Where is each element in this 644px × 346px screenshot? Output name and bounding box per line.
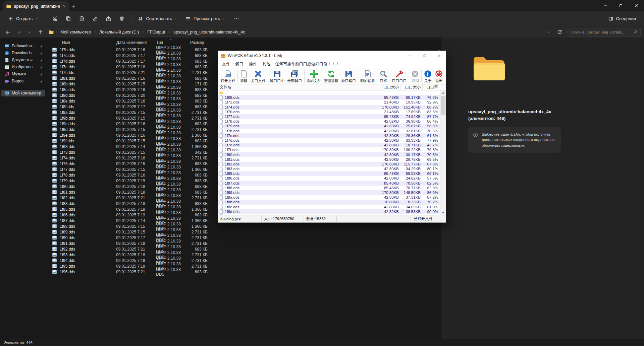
winpck-tool-open-file[interactable]: 打开文件 bbox=[219, 69, 237, 83]
forward-button[interactable] bbox=[14, 28, 23, 37]
winpck-row[interactable]: 1f80.dds42.80KB30.17KB70.5% bbox=[218, 152, 440, 157]
column-header-type[interactable]: Тип bbox=[156, 40, 163, 45]
winpck-row[interactable]: 1f8e.dds42.80KB37.59KB87.8% bbox=[218, 214, 440, 215]
winpck-tool-extract-all[interactable]: 全部解口 bbox=[286, 69, 304, 83]
file-row[interactable]: 1f89.dds09.01.2025 7:15GIMP 2.10.38 DDS2… bbox=[46, 229, 441, 235]
minimize-button[interactable] bbox=[603, 3, 608, 8]
column-header-name[interactable]: Имя bbox=[62, 40, 70, 45]
breadcrumb-item[interactable]: Мой компьютер bbox=[59, 29, 93, 35]
winpck-row[interactable]: 1f89.dds170.80KB148.50KB86.9% bbox=[218, 190, 440, 195]
column-header-date[interactable]: Дата изменения bbox=[116, 40, 147, 45]
winpck-column-header-0[interactable]: 文件名 bbox=[218, 84, 378, 90]
view-button[interactable]: Просмотреть bbox=[182, 14, 229, 24]
winpck-tool-exit[interactable]: 退出 bbox=[433, 69, 444, 83]
up-button[interactable] bbox=[36, 28, 45, 37]
details-pane-button[interactable]: Сведения bbox=[605, 14, 639, 24]
winpck-menu-item[interactable]: 解口 bbox=[233, 61, 246, 68]
copy-button[interactable] bbox=[62, 13, 74, 24]
winpck-tool-attach-info[interactable]: 附加信息 bbox=[359, 69, 376, 83]
file-row[interactable]: 1f94.dds09.01.2025 7:19GIMP 2.10.38 DDS2… bbox=[46, 258, 441, 263]
winpck-row[interactable]: 1f76.dds21.48KB17.89KB83.3% bbox=[218, 110, 440, 114]
paste-button[interactable] bbox=[75, 13, 88, 24]
winpck-row[interactable]: 1f8c.dds42.80KB34.69KB81.0% bbox=[218, 205, 440, 209]
winpck-scrollbar[interactable] bbox=[440, 90, 446, 215]
winpck-row[interactable]: 1f68.dds85.48KB65.17KB76.2% bbox=[218, 95, 440, 100]
winpck-row[interactable]: 1f77.dds85.48KB74.94KB87.7% bbox=[218, 114, 440, 119]
tab-close-icon[interactable] bbox=[63, 5, 66, 8]
cut-button[interactable] bbox=[48, 13, 61, 24]
address-dropdown-button[interactable] bbox=[544, 28, 553, 37]
winpck-row[interactable]: 1f73.dds21.48KB19.95KB92.9% bbox=[218, 100, 440, 105]
winpck-tool-new-file[interactable]: 新建 bbox=[238, 69, 250, 83]
scroll-down-icon[interactable] bbox=[441, 210, 446, 215]
sidebar-item-desktop[interactable]: Рабочий стол bbox=[1, 43, 45, 49]
winpck-row[interactable]: 1f82.dds170.80KB115.77KB67.8% bbox=[218, 162, 440, 166]
explorer-tab[interactable]: upscayl_png_ultramix-balance bbox=[3, 1, 69, 11]
winpck-scroll-thumb[interactable] bbox=[441, 96, 445, 115]
rename-button[interactable] bbox=[89, 13, 101, 24]
winpck-row[interactable]: 1f79.dds42.83KB25.07KB58.5% bbox=[218, 124, 440, 128]
winpck-row[interactable]: 1f7c.dds42.80KB26.36KB61.6% bbox=[218, 133, 440, 138]
winpck-row[interactable]: 1f7b.dds42.80KB32.81KB76.6% bbox=[218, 129, 440, 133]
breadcrumb-item[interactable]: upscayl_png_ultramix-balanced-4x_4x bbox=[172, 29, 247, 35]
sidebar-item-documents[interactable]: Документы bbox=[1, 57, 45, 63]
breadcrumb-item[interactable]: Локальный диск (C:) bbox=[98, 29, 141, 35]
search-input[interactable] bbox=[571, 30, 631, 34]
winpck-column-header-3[interactable]: 口口率 bbox=[423, 84, 440, 90]
winpck-tool-close-file[interactable]: 关口文件 bbox=[250, 69, 267, 83]
scroll-up-icon[interactable] bbox=[441, 90, 446, 95]
winpck-tool-tools[interactable]: 口口口口 bbox=[391, 69, 408, 83]
winpck-tool-extract[interactable]: 解口口中 bbox=[269, 69, 286, 83]
sidebar-item-music[interactable]: Музыка bbox=[1, 71, 45, 77]
recent-locations-button[interactable] bbox=[25, 28, 34, 37]
winpck-tool-about[interactable]: 关于 bbox=[422, 69, 433, 83]
file-row[interactable]: 1f93.dds09.01.2025 7:18GIMP 2.10.38 DDS2… bbox=[46, 252, 441, 258]
winpck-row[interactable]: 1f85.dds85.48KB59.03KB69.1% bbox=[218, 171, 440, 176]
file-row[interactable]: 1f95.dds09.01.2025 7:19GIMP 2.10.38 DDS2… bbox=[46, 263, 441, 269]
file-row[interactable]: 1f92.dds09.01.2025 7:21GIMP 2.10.38 DDS6… bbox=[46, 246, 441, 252]
winpck-menu-item[interactable]: 文件 bbox=[219, 61, 233, 68]
search-box[interactable] bbox=[568, 28, 641, 37]
winpck-row[interactable]: .. bbox=[218, 90, 440, 95]
refresh-button[interactable] bbox=[555, 28, 564, 37]
winpck-close-button[interactable] bbox=[433, 51, 446, 61]
winpck-row[interactable]: 1f7e.dds42.80KB18.71KB43.7% bbox=[218, 143, 440, 147]
maximize-button[interactable] bbox=[619, 4, 623, 8]
winpck-menu-item[interactable]: 其他 bbox=[260, 61, 273, 68]
winpck-tool-test[interactable]: 游口楮口 bbox=[340, 69, 357, 83]
sidebar-item-downloads[interactable]: Downloads bbox=[1, 50, 45, 56]
winpck-row[interactable]: 1f83.dds42.80KB34.29KB80.1% bbox=[218, 166, 440, 171]
winpck-tool-cancel[interactable]: 取消 bbox=[410, 69, 421, 83]
delete-button[interactable] bbox=[115, 13, 128, 24]
file-row[interactable]: 1f90.dds09.01.2025 7:17GIMP 2.10.38 DDS2… bbox=[46, 235, 441, 240]
winpck-row[interactable]: 1f8b.dds10.80KB8.23KB76.2% bbox=[218, 200, 440, 204]
close-button[interactable] bbox=[634, 3, 639, 8]
sort-button[interactable]: Сортировать bbox=[135, 14, 181, 24]
file-row[interactable]: 1f88.dds09.01.2025 7:15GIMP 2.10.38 DDS1… bbox=[46, 223, 441, 229]
winpck-tool-find[interactable]: 口找 bbox=[378, 69, 389, 83]
winpck-row[interactable]: 1f7d.dds42.80KB33.33KB77.9% bbox=[218, 138, 440, 143]
winpck-row[interactable]: 1f88.dds85.48KB70.77KB82.8% bbox=[218, 186, 440, 190]
sidebar-item-pictures[interactable]: Изображения bbox=[1, 64, 45, 70]
share-button[interactable] bbox=[102, 13, 115, 24]
new-tab-button[interactable] bbox=[69, 1, 79, 11]
winpck-row[interactable]: 1f81.dds42.80KB29.75KB69.5% bbox=[218, 157, 440, 162]
winpck-row[interactable]: 1f7f.dds170.80KB136.22KB79.8% bbox=[218, 147, 440, 152]
winpck-row[interactable]: 1f8a.dds42.80KB37.31KB87.2% bbox=[218, 195, 440, 200]
file-row[interactable]: 1f91.dds09.01.2025 7:18GIMP 2.10.38 DDS2… bbox=[46, 240, 441, 246]
winpck-maximize-button[interactable] bbox=[418, 51, 431, 61]
winpck-row[interactable]: 1f8d.dds42.82KB38.53KB90.0% bbox=[218, 209, 440, 214]
back-button[interactable] bbox=[3, 28, 13, 37]
winpck-column-header-2[interactable]: 口口大小 bbox=[401, 84, 423, 90]
winpck-row[interactable]: 1f78.dds42.82KB36.98KB86.4% bbox=[218, 119, 440, 124]
winpck-minimize-button[interactable] bbox=[404, 51, 416, 61]
winpck-titlebar[interactable]: WinPCK 64bit v1.34.3.1 - 口仙 bbox=[218, 51, 446, 61]
file-row[interactable]: 1f96.dds09.01.2025 7:21GIMP 2.10.38 DDS6… bbox=[46, 269, 441, 275]
sidebar-item-computer[interactable]: Мой компьютер bbox=[1, 90, 45, 96]
winpck-row[interactable]: 1f87.dds85.48KB70.56KB82.5% bbox=[218, 181, 440, 186]
sidebar-item-videos[interactable]: Видео bbox=[1, 78, 45, 84]
more-options-button[interactable] bbox=[230, 13, 243, 24]
winpck-row[interactable]: 1f86.dds42.80KB24.62KB57.5% bbox=[218, 176, 440, 181]
winpck-row[interactable]: 1f74.dds170.80KB151.48KB88.7% bbox=[218, 105, 440, 110]
breadcrumb-item[interactable]: FFOutput bbox=[146, 29, 167, 35]
